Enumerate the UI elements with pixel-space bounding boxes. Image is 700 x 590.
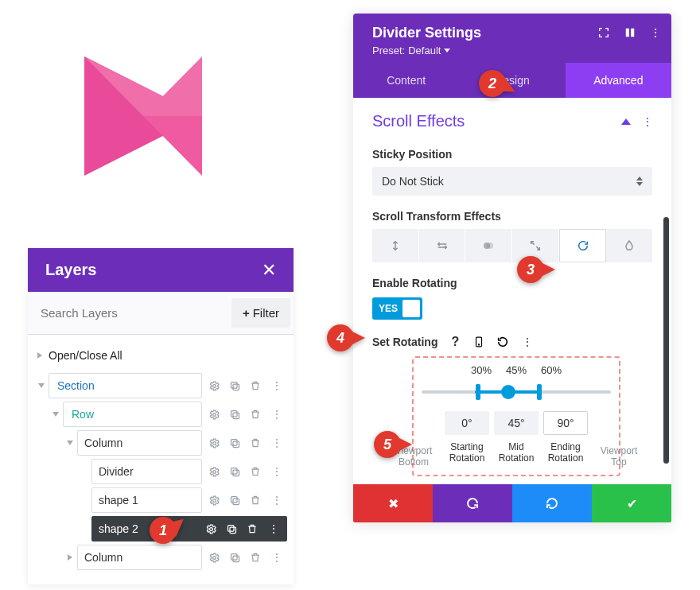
rotation-captions: StartingRotation MidRotation EndingRotat… xyxy=(422,441,611,464)
preview-shape xyxy=(84,56,202,176)
svg-rect-23 xyxy=(233,556,239,562)
more-icon[interactable]: ⋮ xyxy=(650,27,660,38)
layer-row[interactable]: Row ⋮ xyxy=(49,402,287,427)
reset-icon[interactable] xyxy=(495,334,511,350)
caret-down-icon xyxy=(38,383,45,388)
svg-point-19 xyxy=(209,527,212,530)
more-icon[interactable]: ⋮ xyxy=(268,492,284,508)
effect-vertical[interactable] xyxy=(372,229,419,262)
trash-icon[interactable] xyxy=(247,406,263,422)
svg-rect-12 xyxy=(231,439,237,445)
caret-down-icon xyxy=(67,441,73,445)
help-icon[interactable]: ? xyxy=(447,334,463,350)
save-button[interactable]: ✔ xyxy=(592,484,671,522)
rotation-inputs: 0° 45° 90° xyxy=(422,411,611,435)
effect-rotate[interactable] xyxy=(559,229,607,262)
svg-point-7 xyxy=(212,413,216,416)
slider-mid-handle[interactable] xyxy=(501,385,515,399)
caret-down-icon xyxy=(52,412,59,417)
gear-icon[interactable] xyxy=(206,492,222,508)
range-labels: 30% 45% 60% xyxy=(422,364,611,376)
select-caret-icon xyxy=(636,177,643,186)
svg-point-4 xyxy=(212,384,216,387)
more-icon[interactable]: ⋮ xyxy=(268,435,284,451)
trash-icon[interactable] xyxy=(247,549,263,565)
callout-4: 4 xyxy=(327,324,362,351)
focus-icon[interactable] xyxy=(597,26,610,39)
more-icon[interactable]: ⋮ xyxy=(268,406,284,422)
svg-point-28 xyxy=(487,243,493,249)
layers-header: Layers ✕ xyxy=(28,248,294,292)
more-icon[interactable]: ⋮ xyxy=(268,378,284,394)
trash-icon[interactable] xyxy=(244,521,260,537)
more-icon[interactable]: ⋮ xyxy=(642,116,652,127)
enable-rotating-label: Enable Rotating xyxy=(372,277,652,289)
more-icon[interactable]: ⋮ xyxy=(268,549,284,565)
duplicate-icon[interactable] xyxy=(224,521,239,537)
callout-1: 1 xyxy=(150,517,185,544)
trash-icon[interactable] xyxy=(247,378,263,394)
trash-icon[interactable] xyxy=(247,435,263,451)
duplicate-icon[interactable] xyxy=(227,549,243,565)
gear-icon[interactable] xyxy=(206,378,222,394)
set-rotating-label: Set Rotating xyxy=(372,336,438,348)
duplicate-icon[interactable] xyxy=(227,378,243,394)
search-row: + Filter xyxy=(28,292,294,335)
end-rotation-input[interactable]: 90° xyxy=(543,411,588,435)
gear-icon[interactable] xyxy=(203,521,219,537)
slider-start-handle[interactable] xyxy=(476,384,480,400)
effect-fade[interactable] xyxy=(465,229,512,262)
columns-icon[interactable] xyxy=(624,26,636,39)
close-icon[interactable]: ✕ xyxy=(262,262,276,279)
range-slider[interactable] xyxy=(422,381,611,403)
cancel-button[interactable]: ✖ xyxy=(353,484,433,522)
device-icon[interactable] xyxy=(471,334,487,350)
svg-rect-5 xyxy=(233,384,239,390)
layer-divider[interactable]: Divider ⋮ xyxy=(77,459,287,484)
effect-blur[interactable] xyxy=(606,229,652,262)
trash-icon[interactable] xyxy=(247,464,263,479)
gear-icon[interactable] xyxy=(206,464,222,479)
chevron-down-icon xyxy=(444,49,450,52)
filter-button[interactable]: + Filter xyxy=(231,298,290,328)
search-input[interactable] xyxy=(41,298,228,328)
redo-button[interactable] xyxy=(512,484,592,522)
tab-advanced[interactable]: Advanced xyxy=(566,63,671,98)
tab-content[interactable]: Content xyxy=(353,63,459,98)
svg-marker-2 xyxy=(143,56,202,116)
gear-icon[interactable] xyxy=(206,435,222,451)
settings-body: Scroll Effects ⋮ Sticky Position Do Not … xyxy=(353,98,671,484)
preset-select[interactable]: Preset: Default xyxy=(372,45,659,56)
layers-title: Layers xyxy=(45,261,97,279)
layer-column[interactable]: Column ⋮ xyxy=(63,430,287,456)
gear-icon[interactable] xyxy=(206,406,222,422)
layer-shape-1[interactable]: shape 1 ⋮ xyxy=(77,487,287,513)
duplicate-icon[interactable] xyxy=(227,406,243,422)
svg-rect-15 xyxy=(231,468,237,474)
more-icon[interactable]: ⋮ xyxy=(265,521,281,537)
gear-icon[interactable] xyxy=(206,549,222,565)
duplicate-icon[interactable] xyxy=(227,464,243,479)
scroll-effects-section[interactable]: Scroll Effects ⋮ xyxy=(372,112,652,134)
mid-rotation-input[interactable]: 45° xyxy=(494,411,539,435)
undo-button[interactable] xyxy=(433,484,512,522)
more-icon[interactable]: ⋮ xyxy=(519,334,535,350)
sticky-select[interactable]: Do Not Stick xyxy=(372,167,652,196)
slider-end-handle[interactable] xyxy=(537,384,542,400)
open-close-all[interactable]: Open/Close All xyxy=(34,344,287,370)
svg-point-13 xyxy=(212,470,216,473)
layer-column-collapsed[interactable]: Column ⋮ xyxy=(63,545,287,570)
effect-horizontal[interactable] xyxy=(419,229,466,262)
duplicate-icon[interactable] xyxy=(227,492,243,508)
svg-point-16 xyxy=(212,499,216,502)
layer-section[interactable]: Section ⋮ xyxy=(34,373,287,398)
enable-rotating-toggle[interactable]: YES xyxy=(372,297,422,320)
more-icon[interactable]: ⋮ xyxy=(268,464,284,479)
scrollbar[interactable] xyxy=(663,217,669,464)
start-rotation-input[interactable]: 0° xyxy=(445,411,489,435)
svg-rect-18 xyxy=(231,496,237,503)
trash-icon[interactable] xyxy=(247,492,263,508)
chevron-right-icon xyxy=(68,554,72,561)
svg-rect-6 xyxy=(231,382,237,388)
duplicate-icon[interactable] xyxy=(227,435,243,451)
